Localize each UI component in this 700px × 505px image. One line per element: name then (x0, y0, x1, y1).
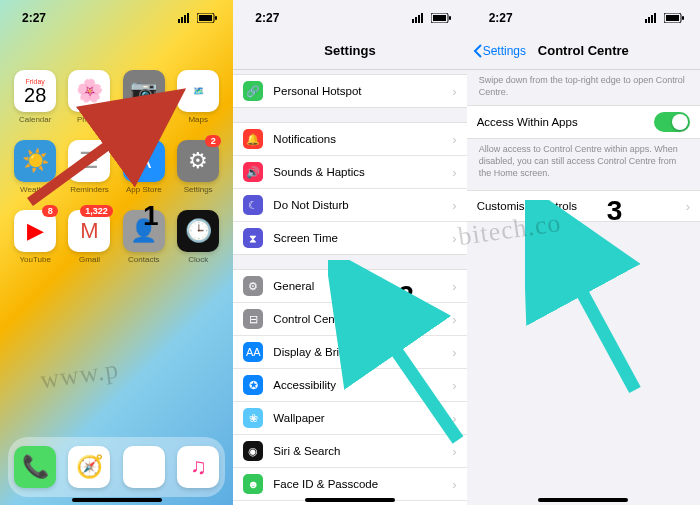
customise-controls-row[interactable]: Customise Controls › (467, 191, 700, 221)
dock-app[interactable]: 🧭 (68, 446, 110, 488)
row-icon: ⚙︎ (243, 276, 263, 296)
svg-rect-15 (449, 16, 451, 20)
chevron-right-icon: › (452, 477, 456, 492)
settings-row-siri-search[interactable]: ◉Siri & Search› (233, 435, 466, 468)
cc-title: Control Centre (538, 43, 629, 58)
app-reminders[interactable]: ☰Reminders (64, 140, 114, 194)
svg-rect-11 (418, 15, 420, 23)
row-label: Wallpaper (273, 412, 452, 424)
step-1-label: 1 (143, 200, 159, 232)
app-settings[interactable]: ⚙︎Settings2 (173, 140, 223, 194)
control-centre-screen: 2:27 Settings Control Centre Swipe down … (467, 0, 700, 505)
app-weather[interactable]: ☀️Weather (10, 140, 60, 194)
app-youtube[interactable]: ▶YouTube8 (10, 210, 60, 264)
customise-label: Customise Controls (477, 200, 686, 212)
app-app-store[interactable]: AApp Store (119, 140, 169, 194)
settings-row-general[interactable]: ⚙︎General› (233, 270, 466, 303)
statusbar: 2:27 (0, 0, 233, 32)
status-time: 2:27 (22, 11, 46, 25)
dock: 📞🧭◐♫ (8, 437, 225, 497)
chevron-right-icon: › (686, 199, 690, 214)
svg-rect-22 (682, 16, 684, 20)
settings-title: Settings (324, 43, 375, 58)
statusbar: 2:27 (233, 0, 466, 32)
settings-navbar: Settings (233, 32, 466, 70)
row-icon: ❀ (243, 408, 263, 428)
dock-app[interactable]: ◐ (123, 446, 165, 488)
access-toggle[interactable] (654, 112, 690, 132)
settings-screen: 2:27 Settings 🔗Personal Hotspot› 🔔Notifi… (233, 0, 466, 505)
cc-hint1: Swipe down from the top-right edge to op… (467, 70, 700, 103)
svg-rect-10 (415, 17, 417, 23)
app-calendar[interactable]: Friday28Calendar (10, 70, 60, 124)
row-icon: 🔊 (243, 162, 263, 182)
svg-rect-3 (187, 13, 189, 23)
access-within-apps-row[interactable]: Access Within Apps (467, 106, 700, 138)
svg-rect-16 (645, 19, 647, 23)
app-photos[interactable]: 🌸Photos (64, 70, 114, 124)
svg-rect-14 (433, 15, 446, 21)
svg-rect-19 (654, 13, 656, 23)
chevron-left-icon (473, 44, 483, 58)
settings-row-personal-hotspot[interactable]: 🔗Personal Hotspot› (233, 75, 466, 107)
statusbar: 2:27 (467, 0, 700, 32)
status-time: 2:27 (489, 11, 513, 25)
app-gmail[interactable]: MGmail1,322 (64, 210, 114, 264)
chevron-right-icon: › (452, 312, 456, 327)
back-button[interactable]: Settings (473, 44, 526, 58)
svg-rect-0 (178, 19, 180, 23)
settings-row-face-id-passcode[interactable]: ☻Face ID & Passcode› (233, 468, 466, 501)
settings-row-notifications[interactable]: 🔔Notifications› (233, 123, 466, 156)
chevron-right-icon: › (452, 84, 456, 99)
chevron-right-icon: › (452, 165, 456, 180)
dock-app[interactable]: ♫ (177, 446, 219, 488)
svg-rect-6 (215, 16, 217, 20)
svg-rect-5 (199, 15, 212, 21)
row-label: General (273, 280, 452, 292)
settings-row-sounds-haptics[interactable]: 🔊Sounds & Haptics› (233, 156, 466, 189)
chevron-right-icon: › (452, 444, 456, 459)
home-indicator (305, 498, 395, 502)
settings-row-display-bri[interactable]: AADisplay & Bri› (233, 336, 466, 369)
svg-rect-18 (651, 15, 653, 23)
row-icon: ☻ (243, 474, 263, 494)
row-icon: 🔔 (243, 129, 263, 149)
row-icon: ✪ (243, 375, 263, 395)
row-icon: ◉ (243, 441, 263, 461)
svg-rect-21 (666, 15, 679, 21)
home-indicator (538, 498, 628, 502)
status-indicators (412, 13, 451, 23)
status-indicators (178, 13, 217, 23)
svg-rect-1 (181, 17, 183, 23)
app-maps[interactable]: 🗺️Maps (173, 70, 223, 124)
settings-row-wallpaper[interactable]: ❀Wallpaper› (233, 402, 466, 435)
status-time: 2:27 (255, 11, 279, 25)
home-grid: Friday28Calendar🌸Photos📷Camera🗺️Maps☀️We… (0, 32, 233, 264)
svg-rect-9 (412, 19, 414, 23)
svg-rect-12 (421, 13, 423, 23)
app-camera[interactable]: 📷Camera (119, 70, 169, 124)
home-screen: 2:27 Friday28Calendar🌸Photos📷Camera🗺️Map… (0, 0, 233, 505)
settings-list: 🔗Personal Hotspot› 🔔Notifications›🔊Sound… (233, 70, 466, 505)
chevron-right-icon: › (452, 279, 456, 294)
row-label: Accessibility (273, 379, 452, 391)
app-clock[interactable]: 🕒Clock (173, 210, 223, 264)
chevron-right-icon: › (452, 378, 456, 393)
settings-row-do-not-disturb[interactable]: ☾Do Not Disturb› (233, 189, 466, 222)
dock-app[interactable]: 📞 (14, 446, 56, 488)
row-label: Control Centre (273, 313, 452, 325)
svg-rect-2 (184, 15, 186, 23)
row-label: Siri & Search (273, 445, 452, 457)
chevron-right-icon: › (452, 198, 456, 213)
chevron-right-icon: › (452, 345, 456, 360)
cc-list: Swipe down from the top-right edge to op… (467, 70, 700, 222)
row-label: Personal Hotspot (273, 85, 452, 97)
step-3-label: 3 (607, 195, 623, 227)
home-indicator (72, 498, 162, 502)
row-icon: 🔗 (243, 81, 263, 101)
settings-row-control-centre[interactable]: ⊟Control Centre› (233, 303, 466, 336)
row-icon: ☾ (243, 195, 263, 215)
badge: 1,322 (80, 205, 113, 217)
settings-row-screen-time[interactable]: ⧗Screen Time› (233, 222, 466, 254)
settings-row-accessibility[interactable]: ✪Accessibility› (233, 369, 466, 402)
